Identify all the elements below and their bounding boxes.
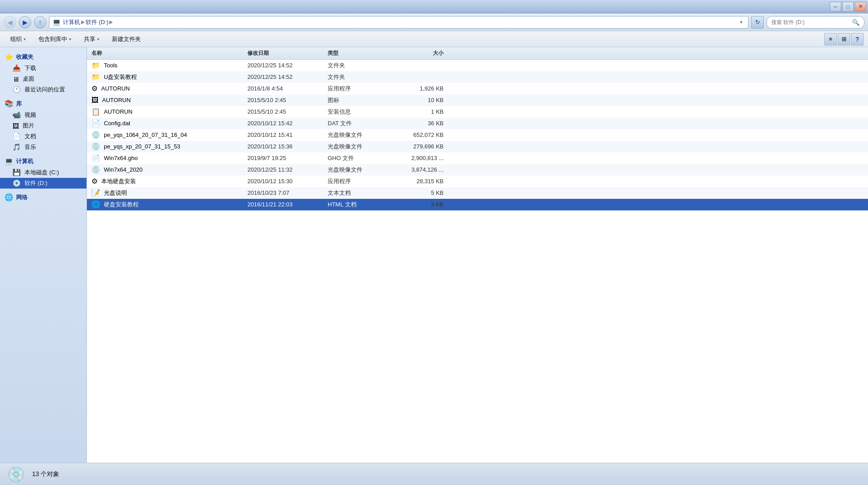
recent-icon: 🕐 — [12, 86, 21, 94]
file-type: 应用程序 — [328, 177, 395, 185]
file-size: 1 KB — [395, 108, 453, 115]
forward-button[interactable]: ▶ — [19, 16, 31, 29]
back-icon: ◀ — [8, 19, 12, 26]
file-date: 2020/12/25 14:52 — [247, 74, 328, 80]
file-type: 安装信息 — [328, 108, 395, 116]
file-name: 光盘说明 — [104, 189, 127, 197]
up-button[interactable]: ↑ — [34, 16, 46, 29]
col-header-name[interactable]: 名称 — [91, 49, 247, 57]
file-icon: ⚙ — [91, 177, 98, 185]
new-folder-label: 新建文件夹 — [112, 35, 141, 43]
computer-header[interactable]: 💻 计算机 — [0, 155, 86, 167]
file-area: 名称 修改日期 类型 大小 📁 Tools 2020/12/25 14:52 文… — [87, 47, 868, 463]
sidebar-item-download[interactable]: 📥 下载 — [0, 63, 86, 74]
sidebar-item-local-c[interactable]: 💾 本地磁盘 (C:) — [0, 167, 86, 178]
breadcrumb-drive[interactable]: 软件 (D:) — [86, 18, 108, 26]
file-name: AUTORUN — [102, 97, 131, 103]
sidebar-item-music[interactable]: 🎵 音乐 — [0, 142, 86, 152]
table-row[interactable]: 📁 U盘安装教程 2020/12/25 14:52 文件夹 — [87, 71, 868, 83]
software-d-icon: 💿 — [12, 179, 21, 187]
table-row[interactable]: 📁 Tools 2020/12/25 14:52 文件夹 — [87, 60, 868, 71]
search-input[interactable] — [771, 19, 850, 25]
col-header-date[interactable]: 修改日期 — [247, 49, 328, 57]
file-date: 2020/12/25 11:32 — [247, 166, 328, 173]
table-row[interactable]: 📝 光盘说明 2016/10/23 7:07 文本文档 5 KB — [87, 187, 868, 199]
file-size: 10 KB — [395, 97, 453, 103]
file-size: 1,926 KB — [395, 85, 453, 92]
table-row[interactable]: 🌐 硬盘安装教程 2016/11/21 22:03 HTML 文档 3 KB — [87, 199, 868, 210]
organize-chevron: ▾ — [24, 37, 26, 41]
maximize-button[interactable]: □ — [842, 2, 854, 12]
file-date: 2016/10/23 7:07 — [247, 189, 328, 196]
file-date: 2020/10/12 15:41 — [247, 132, 328, 138]
table-row[interactable]: 📄 Config.dat 2020/10/12 15:42 DAT 文件 36 … — [87, 118, 868, 129]
statusbar-text: 13 个对象 — [32, 470, 59, 478]
share-button[interactable]: 共享 ▾ — [78, 33, 105, 45]
network-section: 🌐 网络 — [0, 191, 86, 203]
breadcrumb-computer[interactable]: 计算机 — [63, 18, 80, 26]
file-date: 2020/12/25 14:52 — [247, 62, 328, 69]
back-button[interactable]: ◀ — [4, 16, 16, 29]
view-toggle-button[interactable]: ⊞ — [838, 33, 850, 45]
library-icon: 📚 — [4, 99, 13, 108]
col-header-size[interactable]: 大小 — [395, 49, 453, 57]
music-label: 音乐 — [25, 143, 36, 151]
sidebar-item-desktop[interactable]: 🖥 桌面 — [0, 74, 86, 84]
file-icon: 🖼 — [91, 96, 99, 104]
new-folder-button[interactable]: 新建文件夹 — [106, 33, 147, 45]
file-name: Win7x64.gho — [104, 155, 138, 161]
recent-label: 最近访问的位置 — [25, 86, 65, 94]
table-row[interactable]: 🖼 AUTORUN 2015/5/10 2:45 图标 10 KB — [87, 95, 868, 106]
sidebar-item-software-d[interactable]: 💿 软件 (D:) — [0, 178, 86, 189]
file-date: 2016/11/21 22:03 — [247, 201, 328, 208]
view-button[interactable]: ≡ — [824, 33, 837, 45]
library-header[interactable]: 📚 库 — [0, 98, 86, 110]
picture-icon: 🖼 — [12, 122, 19, 130]
address-dropdown-button[interactable]: ▾ — [736, 17, 745, 28]
column-headers: 名称 修改日期 类型 大小 — [87, 47, 868, 60]
table-row[interactable]: 💿 pe_yqs_xp_20_07_31_15_53 2020/10/12 15… — [87, 141, 868, 152]
table-row[interactable]: ⚙ AUTORUN 2016/1/8 4:54 应用程序 1,926 KB — [87, 83, 868, 95]
organize-button[interactable]: 组织 ▾ — [4, 33, 32, 45]
local-c-icon: 💾 — [12, 169, 21, 177]
sidebar-item-recent[interactable]: 🕐 最近访问的位置 — [0, 84, 86, 95]
file-size: 36 KB — [395, 120, 453, 127]
file-name: pe_yqs_xp_20_07_31_15_53 — [104, 143, 180, 150]
file-name: AUTORUN — [101, 85, 130, 92]
minimize-button[interactable]: ─ — [830, 2, 841, 12]
file-size: 3 KB — [395, 201, 453, 208]
network-icon: 🌐 — [4, 193, 13, 201]
file-type: 应用程序 — [328, 85, 395, 93]
download-label: 下载 — [25, 64, 36, 72]
file-icon: 🌐 — [91, 200, 100, 209]
sidebar-item-picture[interactable]: 🖼 图片 — [0, 120, 86, 131]
file-size: 652,072 KB — [395, 132, 453, 138]
picture-label: 图片 — [23, 122, 34, 130]
file-name: 硬盘安装教程 — [104, 201, 139, 209]
network-header[interactable]: 🌐 网络 — [0, 191, 86, 203]
refresh-button[interactable]: ↻ — [751, 16, 764, 29]
col-header-type[interactable]: 类型 — [328, 49, 395, 57]
table-row[interactable]: 💿 Win7x64_2020 2020/12/25 11:32 光盘映像文件 3… — [87, 164, 868, 176]
table-row[interactable]: 📋 AUTORUN 2015/5/10 2:45 安装信息 1 KB — [87, 106, 868, 118]
view-icon: ≡ — [829, 36, 832, 42]
file-date: 2015/5/10 2:45 — [247, 97, 328, 103]
file-type: 光盘映像文件 — [328, 143, 395, 151]
include-library-button[interactable]: 包含到库中 ▾ — [33, 33, 77, 45]
favorites-header[interactable]: ⭐ 收藏夹 — [0, 51, 86, 63]
table-row[interactable]: 💿 pe_yqs_1064_20_07_31_16_04 2020/10/12 … — [87, 129, 868, 141]
computer-section: 💻 计算机 💾 本地磁盘 (C:) 💿 软件 (D:) — [0, 155, 86, 189]
file-type: GHO 文件 — [328, 154, 395, 162]
address-bar[interactable]: 💻 计算机 ▶ 软件 (D:) ▶ ▾ — [49, 16, 749, 29]
table-row[interactable]: 📄 Win7x64.gho 2019/9/7 19:25 GHO 文件 2,90… — [87, 152, 868, 164]
help-button[interactable]: ? — [851, 33, 864, 45]
search-icon: 🔍 — [852, 19, 860, 26]
file-icon: 💿 — [91, 142, 100, 151]
table-row[interactable]: ⚙ 本地硬盘安装 2020/10/12 15:30 应用程序 28,315 KB — [87, 176, 868, 187]
forward-icon: ▶ — [23, 19, 28, 26]
sidebar-item-document[interactable]: 📄 文档 — [0, 131, 86, 142]
file-type: 光盘映像文件 — [328, 166, 395, 174]
favorites-label: 收藏夹 — [16, 53, 33, 61]
sidebar-item-video[interactable]: 📹 视频 — [0, 110, 86, 120]
close-button[interactable]: ✕ — [855, 2, 866, 12]
